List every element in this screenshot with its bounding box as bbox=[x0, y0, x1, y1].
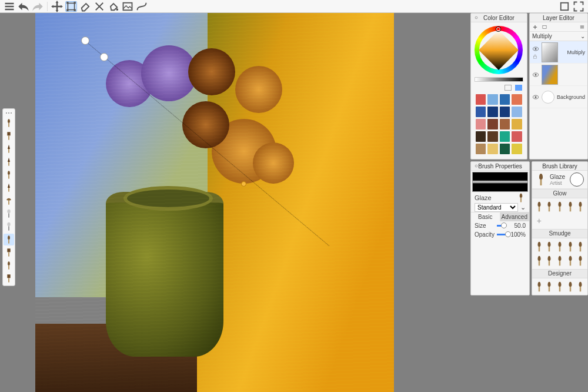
color-swatch[interactable] bbox=[487, 131, 497, 142]
brush-library-item[interactable] bbox=[545, 200, 554, 213]
color-swatch[interactable] bbox=[487, 107, 497, 117]
brush-library-item[interactable] bbox=[534, 200, 544, 213]
saturation-diamond[interactable] bbox=[479, 30, 519, 70]
brush-library-item[interactable] bbox=[566, 200, 575, 213]
brush-preset-dropdown[interactable]: Standard bbox=[475, 203, 518, 212]
grayscale-ramp[interactable] bbox=[475, 77, 523, 82]
redo-icon[interactable] bbox=[32, 1, 44, 12]
brush-library-item[interactable] bbox=[576, 200, 585, 213]
color-swatch[interactable] bbox=[512, 94, 522, 105]
pin-icon[interactable] bbox=[473, 163, 479, 169]
brush-palette-item[interactable] bbox=[4, 247, 14, 258]
lock-icon[interactable] bbox=[532, 54, 538, 59]
blend-mode-dropdown[interactable]: Multiply ⌄ bbox=[530, 32, 587, 41]
brush-library-item[interactable] bbox=[545, 240, 554, 253]
brush-category-header[interactable]: Designer bbox=[532, 269, 587, 278]
layer-row-background[interactable]: Background bbox=[530, 86, 587, 108]
palette-drag-handle[interactable] bbox=[4, 110, 14, 116]
gradient-handle-mid[interactable] bbox=[241, 181, 246, 187]
color-swatch[interactable] bbox=[476, 131, 486, 142]
brush-library-item[interactable] bbox=[555, 240, 564, 253]
brush-library-item[interactable] bbox=[555, 200, 564, 213]
fill-tool-icon[interactable] bbox=[108, 1, 119, 12]
layer-thumbnail bbox=[542, 65, 558, 85]
opacity-slider[interactable] bbox=[497, 234, 506, 235]
transform-tool-icon[interactable] bbox=[65, 1, 77, 12]
brush-palette-item[interactable] bbox=[4, 234, 14, 245]
color-swatch[interactable] bbox=[487, 144, 497, 154]
hue-wheel[interactable] bbox=[475, 26, 523, 74]
brush-library-item[interactable] bbox=[566, 254, 575, 267]
color-swatch[interactable] bbox=[500, 107, 510, 117]
brush-category-header[interactable]: Smudge bbox=[532, 229, 587, 238]
brush-palette-item[interactable] bbox=[4, 169, 14, 181]
color-swatch[interactable] bbox=[476, 94, 486, 105]
swatch-view-grid-icon[interactable] bbox=[515, 85, 522, 91]
window-icon[interactable] bbox=[559, 1, 570, 12]
swatch-view-list-icon[interactable] bbox=[505, 85, 512, 91]
tab-advanced[interactable]: Advanced bbox=[500, 212, 530, 221]
symmetry-tool-icon[interactable] bbox=[93, 1, 105, 12]
color-swatch[interactable] bbox=[476, 144, 486, 154]
brush-palette-item[interactable] bbox=[4, 130, 14, 142]
menu-icon[interactable] bbox=[4, 1, 15, 12]
color-swatch[interactable] bbox=[487, 119, 497, 129]
brush-library-item[interactable] bbox=[534, 280, 544, 293]
color-swatch[interactable] bbox=[500, 94, 510, 105]
brush-library-item[interactable] bbox=[566, 280, 575, 293]
brush-palette-item[interactable] bbox=[4, 182, 14, 194]
visibility-icon[interactable] bbox=[532, 45, 539, 52]
color-swatch[interactable] bbox=[512, 131, 522, 142]
image-tool-icon[interactable] bbox=[122, 1, 133, 12]
add-layer-icon[interactable] bbox=[532, 24, 538, 30]
brush-library-item[interactable] bbox=[566, 240, 575, 253]
brush-library-item[interactable] bbox=[576, 254, 585, 267]
layer-row-multiply[interactable]: Multiply bbox=[530, 41, 587, 64]
brush-palette-item[interactable] bbox=[4, 273, 14, 284]
layer-menu-icon[interactable] bbox=[579, 24, 585, 30]
size-slider[interactable] bbox=[497, 225, 506, 227]
canvas[interactable] bbox=[35, 13, 394, 392]
color-swatch[interactable] bbox=[500, 119, 510, 129]
color-swatch[interactable] bbox=[512, 107, 522, 117]
brush-library-item[interactable] bbox=[555, 280, 564, 293]
brush-palette-item[interactable] bbox=[4, 117, 14, 129]
brush-palette-item[interactable] bbox=[4, 260, 14, 271]
pin-icon[interactable] bbox=[473, 15, 479, 21]
layer-thumb-icon[interactable] bbox=[542, 24, 547, 30]
brush-library-item[interactable] bbox=[555, 254, 564, 267]
color-swatch[interactable] bbox=[487, 94, 497, 105]
visibility-icon[interactable] bbox=[532, 71, 539, 78]
gradient-handle-start-inner[interactable] bbox=[100, 53, 108, 61]
color-swatch[interactable] bbox=[476, 119, 486, 129]
brush-category-header[interactable]: Glow bbox=[532, 189, 587, 198]
color-swatch[interactable] bbox=[476, 107, 486, 117]
color-swatch[interactable] bbox=[512, 144, 522, 154]
curve-tool-icon[interactable] bbox=[136, 1, 148, 12]
eraser-tool-icon[interactable] bbox=[79, 1, 91, 12]
brush-palette-item[interactable] bbox=[4, 143, 14, 155]
brush-library-item[interactable] bbox=[576, 240, 585, 253]
brush-library-item[interactable] bbox=[534, 254, 544, 267]
layer-row-image[interactable] bbox=[530, 64, 587, 86]
current-brush-row[interactable]: Glaze Artist bbox=[532, 171, 587, 189]
fullscreen-icon[interactable] bbox=[573, 1, 584, 12]
brush-library-item[interactable] bbox=[576, 280, 585, 293]
color-swatch[interactable] bbox=[512, 119, 522, 129]
brush-palette-item[interactable] bbox=[4, 208, 14, 220]
tab-basic[interactable]: Basic bbox=[471, 212, 500, 221]
color-swatch[interactable] bbox=[500, 131, 510, 142]
undo-icon[interactable] bbox=[18, 1, 29, 12]
brush-palette-item[interactable] bbox=[4, 195, 14, 207]
color-swatch[interactable] bbox=[500, 144, 510, 154]
brush-library-item[interactable] bbox=[545, 280, 554, 293]
brush-palette-item[interactable] bbox=[4, 156, 14, 168]
brush-library-item[interactable] bbox=[545, 254, 554, 267]
gradient-handle-start[interactable] bbox=[81, 36, 89, 45]
brush-library-item[interactable] bbox=[534, 240, 544, 253]
move-tool-icon[interactable] bbox=[51, 1, 63, 12]
visibility-icon[interactable] bbox=[532, 94, 539, 101]
add-brush-button[interactable]: + bbox=[534, 214, 544, 227]
brush-palette-item[interactable] bbox=[4, 221, 14, 232]
hue-picker-dot[interactable] bbox=[496, 27, 500, 31]
